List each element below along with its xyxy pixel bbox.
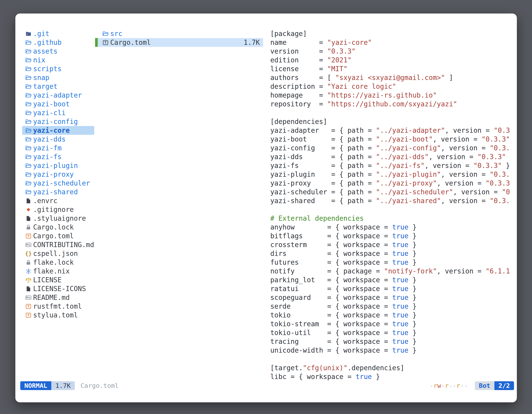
parent-file-item-LICENSE[interactable]: LICENSE (22, 276, 94, 284)
parent-dir-item-yazi-plugin[interactable]: yazi-plugin (22, 161, 94, 170)
folder-icon (25, 92, 31, 98)
folder-icon (25, 145, 31, 151)
parent-dir-item-yazi-proxy[interactable]: yazi-proxy (22, 170, 94, 179)
preview-line: scopeguard = { workspace = true } (270, 293, 513, 302)
parent-dir-item-yazi-core[interactable]: yazi-core (22, 126, 94, 135)
item-label: target (33, 82, 57, 91)
preview-line (270, 355, 513, 364)
item-label: yazi-config (33, 117, 78, 126)
item-label: .git (33, 29, 49, 38)
parent-file-item-LICENSE-ICONS[interactable]: LICENSE-ICONS (22, 284, 94, 293)
preview-line: version = "0.3.3" (270, 47, 513, 56)
item-label: flake.lock (33, 258, 74, 267)
snowflake-icon (25, 268, 31, 274)
parent-file-item-Cargo.lock[interactable]: Cargo.lock (22, 223, 94, 231)
preview-line: bitflags = { workspace = true } (270, 231, 513, 240)
current-file-item-Cargo.toml[interactable]: Cargo.toml1.7K (95, 38, 263, 47)
toml-icon (25, 303, 31, 309)
braces-icon: {} (25, 250, 31, 257)
folder-icon (25, 110, 31, 116)
parent-dir-item-scripts[interactable]: scripts (22, 64, 94, 73)
parent-file-item-.styluaignore[interactable]: .styluaignore (22, 214, 94, 223)
item-label: yazi-adapter (33, 91, 82, 100)
parent-file-item-CONTRIBUTING.md[interactable]: CONTRIBUTING.md (22, 240, 94, 249)
status-bar: NORMAL 1.7K Cargo.toml -rw-r--r-- Bot 2/… (15, 381, 517, 390)
parent-file-item-.envrc[interactable]: .envrc (22, 196, 94, 205)
item-label: yazi-cli (33, 108, 66, 117)
parent-file-item-stylua.toml[interactable]: stylua.toml (22, 311, 94, 319)
item-label: nix (33, 56, 45, 64)
parent-file-item-flake.lock[interactable]: flake.lock (22, 258, 94, 267)
preview-line: [target."cfg(unix)".dependencies] (270, 364, 513, 372)
preview-line: yazi-proxy = { path = "../yazi-proxy", v… (270, 179, 513, 188)
parent-dir-item-yazi-dds[interactable]: yazi-dds (22, 135, 94, 144)
preview-line: yazi-shared = { path = "../yazi-shared",… (270, 196, 513, 205)
folder-icon (25, 171, 31, 178)
parent-dir-item-yazi-cli[interactable]: yazi-cli (22, 108, 94, 117)
folder-icon (25, 163, 31, 169)
preview-line: authors = [ "sxyazi <sxyazi@gmail.com>" … (270, 73, 513, 82)
folder-icon (103, 31, 109, 37)
parent-file-item-flake.nix[interactable]: flake.nix (22, 267, 94, 276)
cursor-marker (95, 38, 98, 47)
parent-file-item-Cargo.toml[interactable]: Cargo.toml (22, 231, 94, 240)
preview-line: description = "Yazi core logic" (270, 82, 513, 91)
folder-icon (25, 48, 31, 54)
parent-dir-item-nix[interactable]: nix (22, 56, 94, 64)
parent-dir-item-assets[interactable]: assets (22, 47, 94, 56)
parent-dir-item-snap[interactable]: snap (22, 73, 94, 82)
preview-line (270, 108, 513, 117)
git-icon (25, 207, 31, 213)
parent-dir-item-.git[interactable]: .git (22, 29, 94, 38)
preview-line: unicode-width = { workspace = true } (270, 346, 513, 355)
parent-dir-item-yazi-adapter[interactable]: yazi-adapter (22, 91, 94, 100)
item-label: LICENSE (33, 276, 62, 284)
parent-dir-item-yazi-boot[interactable]: yazi-boot (22, 100, 94, 108)
folder-icon (25, 75, 31, 81)
parent-dir-item-yazi-shared[interactable]: yazi-shared (22, 188, 94, 196)
current-dir-item-src[interactable]: src (95, 29, 263, 38)
parent-dir-item-.github[interactable]: .github (22, 38, 94, 47)
parent-file-item-README.md[interactable]: README.md (22, 293, 94, 302)
preview-line (270, 205, 513, 214)
preview-line: libc = { workspace = true } (270, 372, 513, 381)
file-icon (25, 215, 31, 221)
parent-dir-item-yazi-fm[interactable]: yazi-fm (22, 144, 94, 152)
folder-icon (25, 83, 31, 90)
item-label: flake.nix (33, 267, 70, 276)
item-label: yazi-scheduler (33, 179, 90, 188)
item-label: README.md (33, 293, 70, 302)
preview-line: tokio-util = { workspace = true } (270, 328, 513, 337)
parent-dir-item-target[interactable]: target (22, 82, 94, 91)
preview-line: notify = { package = "notify-fork", vers… (270, 267, 513, 276)
preview-line: parking_lot = { workspace = true } (270, 276, 513, 284)
item-label: yazi-core (33, 126, 70, 135)
preview-line: license = "MIT" (270, 64, 513, 73)
folder-icon (25, 189, 31, 195)
preview-line: yazi-fs = { path = "../yazi-fs", version… (270, 161, 513, 170)
parent-dir-item-yazi-config[interactable]: yazi-config (22, 117, 94, 126)
scroll-position-badge: Bot (475, 381, 494, 390)
item-label: yazi-fs (33, 152, 62, 161)
folder-icon (25, 39, 31, 46)
parent-file-item-.gitignore[interactable]: .gitignore (22, 205, 94, 214)
preview-line: yazi-boot = { path = "../yazi-boot", ver… (270, 135, 513, 144)
item-label: stylua.toml (33, 311, 78, 319)
lock-icon (25, 259, 31, 266)
folder-icon (25, 136, 31, 142)
parent-file-item-rustfmt.toml[interactable]: rustfmt.toml (22, 302, 94, 311)
item-label: yazi-fm (33, 144, 62, 152)
folder-icon (25, 57, 31, 63)
folder-icon (25, 180, 31, 186)
preview-line: yazi-adapter = { path = "../yazi-adapter… (270, 126, 513, 135)
folder-icon (25, 66, 31, 72)
file-counter-badge: 2/2 (494, 381, 514, 390)
item-label: .github (33, 38, 62, 47)
file-permissions: -rw-r--r-- (429, 381, 468, 390)
item-label: yazi-plugin (33, 161, 78, 170)
parent-dir-item-yazi-scheduler[interactable]: yazi-scheduler (22, 179, 94, 188)
parent-dir-item-yazi-fs[interactable]: yazi-fs (22, 152, 94, 161)
folder-icon (25, 127, 31, 134)
preview-line: # External dependencies (270, 214, 513, 223)
parent-file-item-cspell.json[interactable]: {}cspell.json (22, 249, 94, 258)
